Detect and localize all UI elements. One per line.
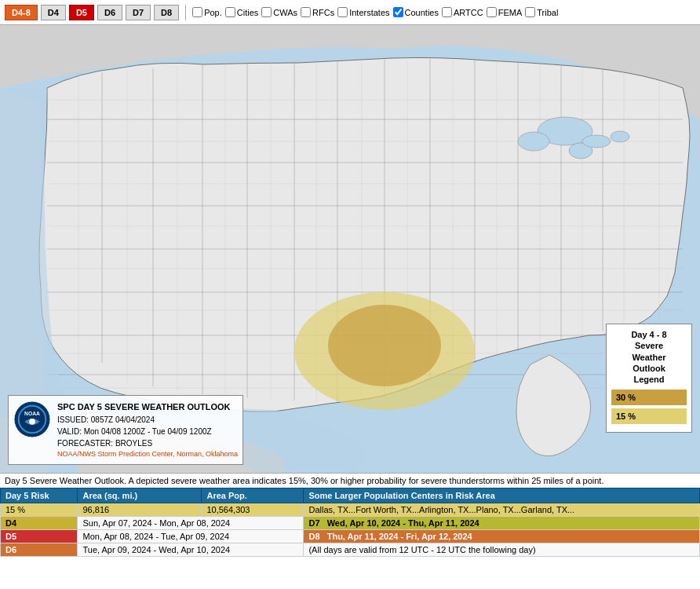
info-bar: Day 5 Severe Weather Outlook. A depicted… [0, 473, 700, 488]
checkbox-interstates[interactable]: Interstates [337, 7, 389, 17]
legend-item-30: 30 % [611, 390, 687, 405]
label-d8: D8 Thu, Apr 11, 2024 - Fri, Apr 12, 2024 [304, 530, 700, 543]
checkbox-cwas[interactable]: CWAs [261, 7, 297, 17]
svg-point-45 [582, 135, 611, 148]
cell-cities-value: Dallas, TX...Fort Worth, TX...Arlington,… [304, 503, 700, 517]
label-d5: D5 [1, 530, 78, 543]
day-tab-d4[interactable]: D4 [41, 5, 66, 20]
checkbox-cities[interactable]: Cities [225, 7, 259, 17]
cell-risk-value: 15 % [1, 503, 78, 517]
checkbox-artcc[interactable]: ARTCC [442, 7, 483, 17]
legend-title: Day 4 - 8SevereWeatherOutlookLegend [611, 329, 687, 385]
label-d4: D4 [1, 517, 78, 530]
checkbox-pop[interactable]: Pop. [192, 7, 222, 17]
day-tab-d5[interactable]: D5 [69, 5, 94, 20]
noaa-text-content: SPC DAY 5 SEVERE WEATHER OUTLOOK ISSUED:… [57, 401, 238, 459]
noaa-issued: ISSUED: 0857Z 04/04/2024 [57, 414, 238, 426]
day-tab-d8[interactable]: D8 [154, 5, 179, 20]
checkbox-tribal[interactable]: Tribal [525, 7, 558, 17]
cell-pop-value: 10,564,303 [202, 503, 304, 517]
checkbox-fema[interactable]: FEMA [487, 7, 523, 17]
svg-point-50 [29, 419, 35, 425]
risk-area-30 [328, 305, 441, 386]
noaa-info-box: NOAA SPC DAY 5 SEVERE WEATHER OUTLOOK IS… [8, 395, 243, 465]
day-tab-d7[interactable]: D7 [126, 5, 151, 20]
col-area: Area (sq. mi.) [78, 488, 202, 503]
col-cities: Some Larger Population Centers in Risk A… [304, 488, 700, 503]
map-container: NOAA SPC DAY 5 SEVERE WEATHER OUTLOOK IS… [0, 25, 700, 473]
cell-area-value: 96,816 [78, 503, 202, 517]
col-pop: Area Pop. [202, 488, 304, 503]
noaa-title: SPC DAY 5 SEVERE WEATHER OUTLOOK [57, 401, 238, 414]
day-tab-d4-8[interactable]: D4-8 [5, 5, 38, 20]
table-header-row: Day 5 Risk Area (sq. mi.) Area Pop. Some… [1, 488, 700, 503]
dates-d4: Sun, Apr 07, 2024 - Mon, Apr 08, 2024 [78, 517, 304, 530]
legend-item-15: 15 % [611, 408, 687, 424]
svg-text:NOAA: NOAA [24, 411, 40, 416]
schedule-row-d5d8: D5 Mon, Apr 08, 2024 - Tue, Apr 09, 2024… [1, 530, 700, 543]
label-d6: D6 [1, 543, 78, 557]
noaa-valid: VALID: Mon 04/08 1200Z - Tue 04/09 1200Z [57, 426, 238, 437]
dates-d5: Mon, Apr 08, 2024 - Tue, Apr 09, 2024 [78, 530, 304, 543]
svg-point-43 [518, 132, 549, 151]
svg-point-46 [611, 131, 629, 142]
schedule-row-d6-note: D6 Tue, Apr 09, 2024 - Wed, Apr 10, 2024… [1, 543, 700, 557]
col-risk: Day 5 Risk [1, 488, 78, 503]
info-bar-text: Day 5 Severe Weather Outlook. A depicted… [5, 476, 604, 485]
noaa-logo: NOAA [13, 401, 51, 438]
legend-box: Day 4 - 8SevereWeatherOutlookLegend 30 %… [606, 324, 692, 433]
noaa-source: NOAA/NWS Storm Prediction Center, Norman… [57, 449, 238, 460]
checkbox-counties[interactable]: Counties [393, 7, 439, 17]
toolbar: D4-8 D4 D5 D6 D7 D8 Pop. Cities CWAs RFC… [0, 0, 700, 25]
noaa-forecaster: FORECASTER: BROYLES [57, 437, 238, 449]
day-tab-d6[interactable]: D6 [97, 5, 122, 20]
dates-d6: Tue, Apr 09, 2024 - Wed, Apr 10, 2024 [78, 543, 304, 557]
schedule-note: (All days are valid from 12 UTC - 12 UTC… [304, 543, 700, 557]
data-table: Day 5 Risk Area (sq. mi.) Area Pop. Some… [0, 488, 700, 557]
table-row-risk: 15 % 96,816 10,564,303 Dallas, TX...Fort… [1, 503, 700, 517]
label-d7: D7 Wed, Apr 10, 2024 - Thu, Apr 11, 2024 [304, 517, 700, 530]
schedule-row-d4d7: D4 Sun, Apr 07, 2024 - Mon, Apr 08, 2024… [1, 517, 700, 530]
checkbox-rfcs[interactable]: RFCs [301, 7, 334, 17]
